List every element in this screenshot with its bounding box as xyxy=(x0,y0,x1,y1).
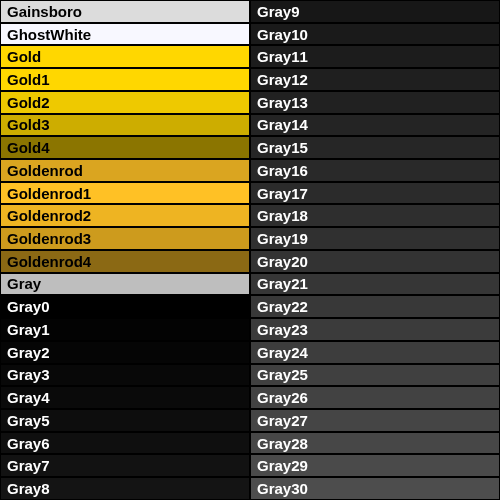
color-name-label: Gray9 xyxy=(257,3,300,20)
color-name-label: Gray19 xyxy=(257,230,308,247)
color-name-label: Gray5 xyxy=(7,412,50,429)
color-name-label: Gray13 xyxy=(257,94,308,111)
color-swatch: Gray13 xyxy=(250,91,500,114)
color-column-left: GainsboroGhostWhiteGoldGold1Gold2Gold3Go… xyxy=(0,0,250,500)
color-table: GainsboroGhostWhiteGoldGold1Gold2Gold3Go… xyxy=(0,0,500,500)
color-swatch: Gray20 xyxy=(250,250,500,273)
color-swatch: Goldenrod xyxy=(0,159,250,182)
color-name-label: Gray24 xyxy=(257,344,308,361)
color-swatch: Gray4 xyxy=(0,386,250,409)
color-swatch: Gray23 xyxy=(250,318,500,341)
color-swatch: Gold4 xyxy=(0,136,250,159)
color-name-label: Gray12 xyxy=(257,71,308,88)
color-name-label: Gold2 xyxy=(7,94,50,111)
color-swatch: GhostWhite xyxy=(0,23,250,46)
color-swatch: Gray16 xyxy=(250,159,500,182)
color-name-label: Gainsboro xyxy=(7,3,82,20)
color-name-label: Goldenrod4 xyxy=(7,253,91,270)
color-swatch: Gray28 xyxy=(250,432,500,455)
color-swatch: Gray15 xyxy=(250,136,500,159)
color-name-label: Gray10 xyxy=(257,26,308,43)
color-swatch: Gray19 xyxy=(250,227,500,250)
color-swatch: Gold xyxy=(0,45,250,68)
color-swatch: Gold1 xyxy=(0,68,250,91)
color-name-label: Gray2 xyxy=(7,344,50,361)
color-name-label: GhostWhite xyxy=(7,26,91,43)
color-column-right: Gray9Gray10Gray11Gray12Gray13Gray14Gray1… xyxy=(250,0,500,500)
color-swatch: Gainsboro xyxy=(0,0,250,23)
color-swatch: Goldenrod2 xyxy=(0,204,250,227)
color-swatch: Gray6 xyxy=(0,432,250,455)
color-name-label: Gray26 xyxy=(257,389,308,406)
color-swatch: Gray0 xyxy=(0,295,250,318)
color-name-label: Gray xyxy=(7,275,41,292)
color-swatch: Gray11 xyxy=(250,45,500,68)
color-name-label: Gray20 xyxy=(257,253,308,270)
color-name-label: Gray25 xyxy=(257,366,308,383)
color-name-label: Goldenrod2 xyxy=(7,207,91,224)
color-swatch: Gray21 xyxy=(250,273,500,296)
color-name-label: Gray3 xyxy=(7,366,50,383)
color-swatch: Gray9 xyxy=(250,0,500,23)
color-swatch: Gray12 xyxy=(250,68,500,91)
color-name-label: Gray27 xyxy=(257,412,308,429)
color-name-label: Gray14 xyxy=(257,116,308,133)
color-name-label: Gold4 xyxy=(7,139,50,156)
color-swatch: Gray2 xyxy=(0,341,250,364)
color-swatch: Gray25 xyxy=(250,364,500,387)
color-name-label: Gray8 xyxy=(7,480,50,497)
color-swatch: Gray17 xyxy=(250,182,500,205)
color-name-label: Gray17 xyxy=(257,185,308,202)
color-swatch: Goldenrod3 xyxy=(0,227,250,250)
color-name-label: Gold1 xyxy=(7,71,50,88)
color-swatch: Gray xyxy=(0,273,250,296)
color-swatch: Gray18 xyxy=(250,204,500,227)
color-swatch: Gray26 xyxy=(250,386,500,409)
color-name-label: Gold xyxy=(7,48,41,65)
color-swatch: Gray30 xyxy=(250,477,500,500)
color-swatch: Gold2 xyxy=(0,91,250,114)
color-name-label: Gray23 xyxy=(257,321,308,338)
color-name-label: Gray6 xyxy=(7,435,50,452)
color-swatch: Gray14 xyxy=(250,114,500,137)
color-name-label: Gray15 xyxy=(257,139,308,156)
color-name-label: Goldenrod xyxy=(7,162,83,179)
color-name-label: Gray7 xyxy=(7,457,50,474)
color-name-label: Gray4 xyxy=(7,389,50,406)
color-name-label: Gray0 xyxy=(7,298,50,315)
color-swatch: Gray10 xyxy=(250,23,500,46)
color-swatch: Gray8 xyxy=(0,477,250,500)
color-name-label: Gray28 xyxy=(257,435,308,452)
color-swatch: Gray3 xyxy=(0,364,250,387)
color-swatch: Goldenrod4 xyxy=(0,250,250,273)
color-name-label: Gray1 xyxy=(7,321,50,338)
color-swatch: Gold3 xyxy=(0,114,250,137)
color-swatch: Gray5 xyxy=(0,409,250,432)
color-name-label: Gray22 xyxy=(257,298,308,315)
color-name-label: Gray18 xyxy=(257,207,308,224)
color-swatch: Gray1 xyxy=(0,318,250,341)
color-name-label: Gray16 xyxy=(257,162,308,179)
color-name-label: Gray21 xyxy=(257,275,308,292)
color-swatch: Gray22 xyxy=(250,295,500,318)
color-name-label: Gray11 xyxy=(257,48,308,65)
color-name-label: Gold3 xyxy=(7,116,50,133)
color-swatch: Gray24 xyxy=(250,341,500,364)
color-swatch: Goldenrod1 xyxy=(0,182,250,205)
color-swatch: Gray29 xyxy=(250,454,500,477)
color-swatch: Gray7 xyxy=(0,454,250,477)
color-name-label: Goldenrod3 xyxy=(7,230,91,247)
color-name-label: Goldenrod1 xyxy=(7,185,91,202)
color-name-label: Gray30 xyxy=(257,480,308,497)
color-name-label: Gray29 xyxy=(257,457,308,474)
color-swatch: Gray27 xyxy=(250,409,500,432)
